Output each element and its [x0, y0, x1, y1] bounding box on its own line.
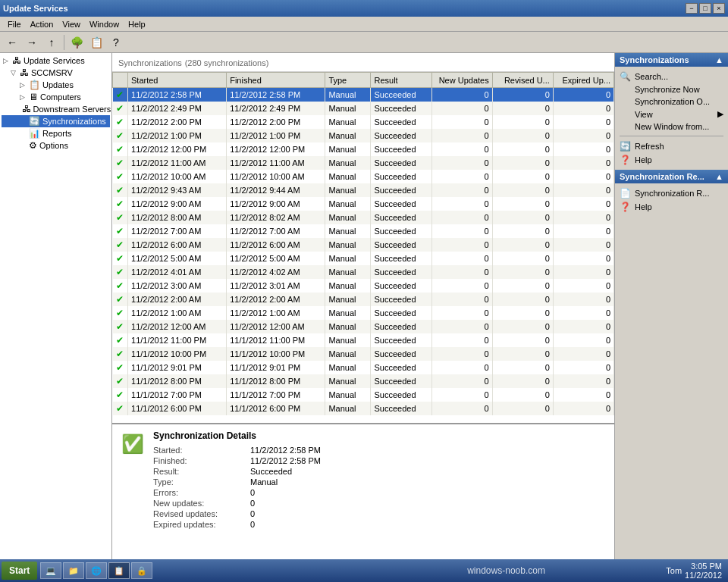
table-row[interactable]: ✔ 11/1/2012 11:00 PM 11/1/2012 11:00 PM … — [113, 333, 614, 347]
actions-separator-1 — [620, 136, 723, 136]
detail-errors-value: 0 — [250, 488, 255, 497]
table-row[interactable]: ✔ 11/2/2012 12:00 PM 11/2/2012 12:00 PM … — [113, 142, 614, 156]
table-row[interactable]: ✔ 11/2/2012 5:00 AM 11/2/2012 5:00 AM Ma… — [113, 252, 614, 265]
table-row[interactable]: ✔ 11/2/2012 2:49 PM 11/2/2012 2:49 PM Ma… — [113, 102, 614, 115]
table-row[interactable]: ✔ 11/2/2012 8:00 AM 11/2/2012 8:02 AM Ma… — [113, 211, 614, 224]
maximize-button[interactable]: □ — [699, 3, 711, 14]
action-help-2[interactable]: ❓ Help — [615, 200, 728, 214]
taskbar-app-2[interactable]: 📁 — [63, 562, 84, 579]
row-finished: 11/2/2012 2:58 PM — [227, 88, 325, 102]
row-new-updates: 0 — [431, 170, 492, 183]
taskbar-app-5[interactable]: 🔒 — [131, 562, 152, 579]
col-header-finished[interactable]: Finished — [227, 73, 325, 88]
table-row[interactable]: ✔ 11/2/2012 9:00 AM 11/2/2012 9:00 AM Ma… — [113, 197, 614, 211]
table-row[interactable]: ✔ 11/1/2012 10:00 PM 11/1/2012 10:00 PM … — [113, 347, 614, 361]
tree-item-updates[interactable]: ▷ 📋 Updates — [2, 79, 110, 91]
help-toolbar-button[interactable]: ? — [107, 34, 125, 51]
table-row[interactable]: ✔ 11/2/2012 1:00 AM 11/2/2012 1:00 AM Ma… — [113, 306, 614, 320]
row-revised: 0 — [492, 129, 553, 142]
menu-help[interactable]: Help — [124, 18, 150, 30]
action-synchronization-options[interactable]: Synchronization O... — [615, 95, 728, 108]
action-refresh[interactable]: 🔄 Refresh — [615, 139, 728, 153]
actions-section-header-sync-result: Synchronization Re... ▲ — [615, 170, 728, 183]
actions-section-collapse-icon[interactable]: ▲ — [715, 55, 723, 64]
col-header-revised[interactable]: Revised U... — [492, 73, 553, 88]
row-revised: 0 — [492, 320, 553, 333]
table-row[interactable]: ✔ 11/2/2012 4:01 AM 11/2/2012 4:02 AM Ma… — [113, 265, 614, 279]
action-sync-result[interactable]: 📄 Synchronization R... — [615, 186, 728, 200]
submenu-arrow-icon: ▶ — [717, 109, 723, 119]
row-finished: 11/1/2012 6:00 PM — [227, 402, 325, 415]
action-help[interactable]: ❓ Help — [615, 153, 728, 167]
col-header-expired[interactable]: Expired Up... — [553, 73, 613, 88]
table-row[interactable]: ✔ 11/2/2012 6:00 AM 11/2/2012 6:00 AM Ma… — [113, 238, 614, 252]
taskbar-app-1[interactable]: 💻 — [40, 562, 61, 579]
detail-errors-row: Errors: 0 — [153, 488, 605, 497]
row-revised: 0 — [492, 88, 553, 102]
row-started: 11/2/2012 9:43 AM — [128, 183, 227, 197]
start-button[interactable]: Start — [2, 562, 37, 580]
menu-action[interactable]: Action — [26, 18, 58, 30]
close-button[interactable]: × — [713, 3, 725, 14]
row-result: Succeeded — [371, 402, 431, 415]
table-row[interactable]: ✔ 11/1/2012 9:01 PM 11/1/2012 9:01 PM Ma… — [113, 361, 614, 374]
table-row[interactable]: ✔ 11/2/2012 7:00 AM 11/2/2012 7:00 AM Ma… — [113, 224, 614, 238]
tree-item-options[interactable]: ⚙ Options — [2, 139, 110, 152]
row-finished: 11/2/2012 10:00 AM — [227, 170, 325, 183]
tree-item-reports[interactable]: 📊 Reports — [2, 127, 110, 139]
minimize-button[interactable]: − — [686, 3, 698, 14]
tree-item-computers[interactable]: ▷ 🖥 Computers — [2, 91, 110, 103]
col-header-type[interactable]: Type — [325, 73, 371, 88]
table-row[interactable]: ✔ 11/2/2012 2:58 PM 11/2/2012 2:58 PM Ma… — [113, 88, 614, 102]
show-hide-tree-button[interactable]: 🌳 — [67, 34, 86, 51]
table-row[interactable]: ✔ 11/2/2012 2:00 PM 11/2/2012 2:00 PM Ma… — [113, 115, 614, 129]
taskbar-clock: 3:05 PM 11/2/2012 — [685, 562, 722, 580]
detail-result-label: Result: — [153, 467, 244, 476]
tree-item-sccmsrv[interactable]: ▽ 🖧 SCCMSRV — [2, 67, 110, 79]
table-row[interactable]: ✔ 11/2/2012 11:00 AM 11/2/2012 11:00 AM … — [113, 156, 614, 170]
tree-item-downstream-servers[interactable]: 🖧 Downstream Servers — [2, 103, 110, 115]
row-expired: 0 — [553, 293, 613, 306]
up-button[interactable]: ↑ — [42, 34, 61, 51]
table-row[interactable]: ✔ 11/2/2012 3:00 AM 11/2/2012 3:01 AM Ma… — [113, 279, 614, 293]
tree-item-synchronizations[interactable]: 🔄 Synchronizations — [2, 115, 110, 127]
taskbar-app-3[interactable]: 🌐 — [86, 562, 107, 579]
row-check: ✔ — [113, 347, 128, 361]
row-result: Succeeded — [371, 183, 431, 197]
action-sync-result-label: Synchronization R... — [635, 189, 709, 198]
col-header-new-updates[interactable]: New Updates — [431, 73, 492, 88]
table-row[interactable]: ✔ 11/1/2012 7:00 PM 11/1/2012 7:00 PM Ma… — [113, 388, 614, 402]
row-expired: 0 — [553, 211, 613, 224]
back-button[interactable]: ← — [3, 34, 21, 51]
tree-panel: ▷ 🖧 Update Services ▽ 🖧 SCCMSRV ▷ 📋 Upda… — [0, 53, 112, 559]
action-new-window[interactable]: New Window from... — [615, 120, 728, 133]
menu-file[interactable]: File — [3, 18, 26, 30]
detail-finished-value: 11/2/2012 2:58 PM — [250, 456, 321, 465]
table-row[interactable]: ✔ 11/1/2012 6:00 PM 11/1/2012 6:00 PM Ma… — [113, 402, 614, 415]
actions-section-collapse-icon-2[interactable]: ▲ — [715, 172, 723, 181]
action-synchronize-now[interactable]: Synchronize Now — [615, 83, 728, 95]
table-row[interactable]: ✔ 11/2/2012 9:43 AM 11/2/2012 9:44 AM Ma… — [113, 183, 614, 197]
row-check: ✔ — [113, 279, 128, 293]
menu-view[interactable]: View — [58, 18, 85, 30]
action-help-label: Help — [635, 155, 652, 164]
col-header-result[interactable]: Result — [371, 73, 431, 88]
table-row[interactable]: ✔ 11/1/2012 8:00 PM 11/1/2012 8:00 PM Ma… — [113, 374, 614, 388]
taskbar-app-update-services[interactable]: 📋 — [108, 562, 130, 579]
menu-window[interactable]: Window — [85, 18, 124, 30]
col-header-started[interactable]: Started — [128, 73, 227, 88]
action-view[interactable]: View ▶ — [615, 108, 728, 120]
forward-button[interactable]: → — [23, 34, 41, 51]
action-search[interactable]: 🔍 Search... — [615, 70, 728, 83]
table-row[interactable]: ✔ 11/2/2012 12:00 AM 11/2/2012 12:00 AM … — [113, 320, 614, 333]
sync-table-area[interactable]: Started Finished Type Result New Updates… — [112, 72, 614, 423]
table-row[interactable]: ✔ 11/2/2012 2:00 AM 11/2/2012 2:00 AM Ma… — [113, 293, 614, 306]
table-row[interactable]: ✔ 11/2/2012 10:00 AM 11/2/2012 10:00 AM … — [113, 170, 614, 183]
col-header-check[interactable] — [113, 73, 128, 88]
row-result: Succeeded — [371, 88, 431, 102]
tree-item-update-services[interactable]: ▷ 🖧 Update Services — [2, 55, 110, 67]
title-bar-buttons[interactable]: − □ × — [686, 3, 725, 14]
row-result: Succeeded — [371, 293, 431, 306]
details-button[interactable]: 📋 — [87, 34, 105, 51]
table-row[interactable]: ✔ 11/2/2012 1:00 PM 11/2/2012 1:00 PM Ma… — [113, 129, 614, 142]
